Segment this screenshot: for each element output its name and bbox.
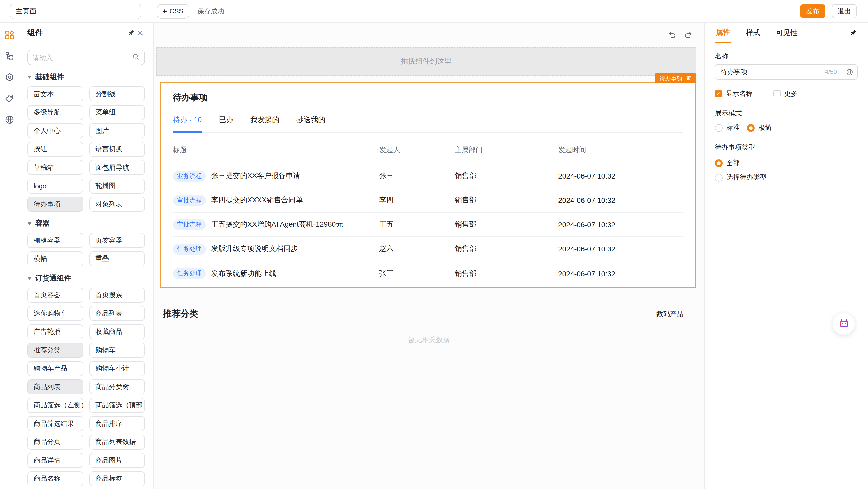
radio-standard-label: 标准 [726, 123, 740, 132]
name-input[interactable] [715, 68, 825, 76]
table-row[interactable]: 业务流程 张三提交的XX客户报备申请 张三 销售部 2024-06-07 10:… [173, 164, 683, 188]
page-title-input[interactable] [10, 3, 141, 19]
component-item[interactable]: 语言切换 [89, 142, 145, 156]
component-item[interactable]: 首页容器 [27, 287, 83, 302]
component-search-input[interactable] [33, 54, 132, 61]
tab-cc[interactable]: 抄送我的 [297, 114, 326, 132]
component-item[interactable]: 商品名称 [27, 471, 83, 486]
outline-tree-icon[interactable] [4, 51, 14, 61]
radio-select-type[interactable]: 选择待办类型 [715, 173, 858, 182]
more-option[interactable]: 更多 [773, 89, 798, 98]
row-owner: 李四 [379, 195, 455, 205]
component-item[interactable]: 轮播图 [89, 178, 145, 193]
drop-zone-hint: 拖拽组件到这里 [401, 57, 452, 66]
row-owner: 赵六 [379, 244, 455, 253]
tag-icon[interactable] [4, 94, 14, 103]
component-item[interactable]: 分割线 [89, 86, 145, 101]
component-item[interactable]: 菜单组 [89, 105, 145, 120]
component-item[interactable]: 按钮 [27, 142, 83, 156]
tab-initiated[interactable]: 我发起的 [250, 114, 279, 132]
column-time: 发起时间 [558, 145, 683, 155]
checkbox-checked-icon[interactable]: ✓ [715, 90, 722, 97]
component-item[interactable]: 首页搜索 [89, 287, 145, 302]
pin-icon[interactable] [126, 28, 135, 37]
component-search[interactable] [27, 50, 145, 65]
component-item[interactable]: 商品分页 [27, 434, 83, 450]
add-css-button[interactable]: + CSS [157, 4, 189, 19]
tab-visibility[interactable]: 可见性 [775, 23, 799, 43]
tab-pending[interactable]: 待办 · 10 [173, 114, 202, 133]
search-icon [132, 53, 140, 62]
row-title: 李四提交的XXXX销售合同单 [211, 195, 303, 205]
component-item[interactable]: 商品详情 [27, 453, 83, 468]
component-item[interactable]: 商品排序 [89, 416, 145, 431]
section-header-ordering[interactable]: 订货通组件 [27, 273, 145, 283]
component-item[interactable]: 对象列表 [89, 196, 145, 212]
component-item[interactable]: 广告轮播 [27, 324, 83, 339]
table-row[interactable]: 审批流程 李四提交的XXXX销售合同单 李四 销售部 2024-06-07 10… [173, 188, 683, 213]
component-item[interactable]: 面包屑导航 [89, 160, 145, 175]
redo-icon[interactable] [684, 31, 693, 41]
component-item[interactable]: 商品筛选（顶部） [89, 398, 145, 413]
section-header-basic[interactable]: 基础组件 [27, 72, 145, 82]
checkbox-unchecked-icon[interactable] [773, 90, 781, 97]
close-icon[interactable]: ✕ [135, 28, 145, 37]
todo-component-selected[interactable]: 待办事项 待办事项 待办 · 10 已办 我发起的 抄送我的 [160, 82, 696, 288]
component-item[interactable]: 商品分类树 [89, 379, 145, 394]
component-item[interactable]: logo [27, 178, 83, 193]
table-row[interactable]: 审批流程 王五提交的XX增购AI Agent商机-12980元 王五 销售部 2… [173, 213, 683, 237]
components-icon[interactable] [4, 30, 14, 40]
component-item[interactable]: 商品图片 [89, 453, 145, 468]
component-item[interactable]: 迷你购物车 [27, 306, 83, 321]
radio-select-type-label: 选择待办类型 [726, 173, 767, 182]
undo-icon[interactable] [668, 31, 677, 41]
component-item[interactable]: 购物车产品 [27, 361, 83, 376]
component-item[interactable]: 商品标签 [89, 471, 145, 486]
component-item[interactable]: 购物车小计 [89, 361, 145, 376]
component-item[interactable]: 页签容器 [89, 233, 145, 248]
component-item[interactable]: 购物车 [89, 342, 145, 358]
recommend-category-link[interactable]: 数码产品 [656, 309, 683, 318]
component-item[interactable]: 商品列表 [27, 379, 83, 394]
component-item[interactable]: 商品列表 [89, 306, 145, 321]
globe-icon[interactable] [4, 115, 14, 125]
component-item[interactable]: 推荐分类 [27, 342, 83, 358]
settings-hexagon-icon[interactable] [4, 72, 14, 82]
table-row[interactable]: 任务处理 发版升级专项说明文档同步 赵六 销售部 2024-06-07 10:3… [173, 237, 683, 261]
ai-assistant-button[interactable] [833, 313, 855, 335]
component-item[interactable]: 横幅 [27, 251, 83, 266]
drop-zone[interactable]: 拖拽组件到这里 [156, 47, 696, 75]
table-row[interactable]: 任务处理 发布系统新功能上线 张三 销售部 2024-06-07 10:32 [173, 261, 683, 286]
translate-globe-button[interactable] [842, 65, 857, 79]
section-header-containers[interactable]: 容器 [27, 218, 145, 229]
tab-style[interactable]: 样式 [745, 23, 762, 43]
section-title: 基础组件 [35, 72, 64, 82]
radio-all[interactable]: 全部 [715, 158, 858, 167]
design-canvas[interactable]: 拖拽组件到这里 待办事项 待办事项 待办 · 10 已办 [154, 23, 704, 489]
pin-icon[interactable] [848, 28, 858, 37]
radio-unselected-icon[interactable] [715, 174, 723, 181]
show-name-option[interactable]: ✓ 显示名称 [715, 89, 753, 98]
component-item[interactable]: 草稿箱 [27, 160, 83, 175]
component-item[interactable]: 重叠 [89, 251, 145, 266]
component-item[interactable]: 栅格容器 [27, 233, 83, 248]
component-item[interactable]: 待办事项 [27, 196, 83, 212]
component-item[interactable]: 商品筛选结果 [27, 416, 83, 431]
component-item[interactable]: 商品列表数据 [89, 434, 145, 450]
radio-unselected-icon[interactable] [715, 124, 723, 132]
component-item[interactable]: 个人中心 [27, 123, 83, 138]
tab-properties[interactable]: 属性 [715, 23, 732, 43]
publish-button[interactable]: 发布 [800, 4, 825, 18]
component-item[interactable]: 收藏商品 [89, 324, 145, 339]
radio-selected-icon[interactable] [715, 159, 723, 167]
tab-done[interactable]: 已办 [219, 114, 233, 132]
exit-button[interactable]: 退出 [832, 4, 857, 18]
radio-standard[interactable]: 标准 [715, 123, 740, 132]
component-item[interactable]: 图片 [89, 123, 145, 138]
radio-selected-icon[interactable] [747, 124, 755, 132]
delete-icon[interactable] [686, 75, 692, 82]
component-item[interactable]: 多级导航 [27, 105, 83, 120]
component-item[interactable]: 商品筛选（左侧） [27, 398, 83, 413]
radio-minimal[interactable]: 极简 [747, 123, 772, 132]
component-item[interactable]: 富文本 [27, 86, 83, 101]
